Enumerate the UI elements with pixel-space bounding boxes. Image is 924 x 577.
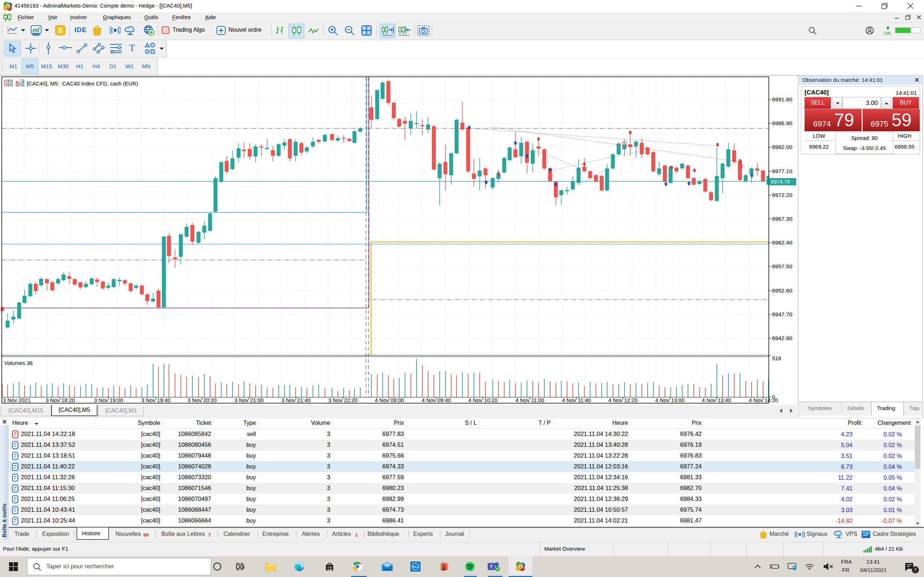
svg-text:[CAC40], M5: CAC40 Index CFD,: [CAC40], M5: CAC40 Index CFD, cash (EUR): [27, 81, 138, 87]
svg-text:6986.90: 6986.90: [772, 120, 792, 126]
svg-text:6947.70: 6947.70: [772, 311, 792, 318]
svg-text:6991.80: 6991.80: [772, 96, 792, 102]
svg-text:3 Nov 2021: 3 Nov 2021: [3, 397, 31, 403]
svg-text:5: 5: [6, 4, 9, 9]
svg-text:6942.80: 6942.80: [772, 335, 792, 341]
svg-text:518: 518: [772, 355, 781, 361]
svg-text:Boîte à outils: Boîte à outils: [1, 503, 7, 537]
svg-text:6977.10: 6977.10: [772, 168, 792, 174]
svg-text:6962.40: 6962.40: [772, 239, 792, 246]
svg-text:6957.50: 6957.50: [772, 263, 792, 269]
svg-text:6972.20: 6972.20: [772, 192, 792, 198]
svg-text:6967.30: 6967.30: [772, 216, 792, 222]
svg-text:6974.79: 6974.79: [771, 179, 790, 185]
svg-text:5: 5: [519, 564, 522, 569]
svg-text:6982.00: 6982.00: [772, 144, 792, 150]
svg-text:T: T: [490, 564, 493, 569]
svg-text:LVL: LVL: [884, 31, 892, 35]
svg-text:DELL: DELL: [412, 566, 419, 568]
svg-text:6952.60: 6952.60: [772, 287, 792, 293]
svg-text:Volumes 36: Volumes 36: [4, 360, 32, 366]
